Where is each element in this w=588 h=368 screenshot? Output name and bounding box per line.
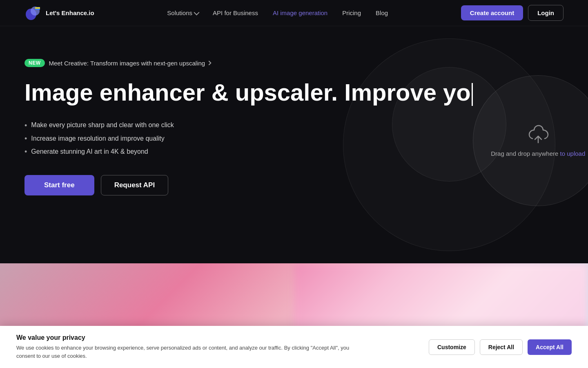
new-badge-wrapper: NEW Meet Creative: Transform images with… [24, 59, 473, 67]
hero-left: NEW Meet Creative: Transform images with… [24, 59, 473, 195]
nav-links: Solutions API for Business AI image gene… [167, 9, 388, 17]
nav-solutions[interactable]: Solutions [167, 9, 198, 16]
accept-all-button[interactable]: Accept All [528, 339, 572, 355]
bullet-3: Generate stunning AI art in 4K & beyond [24, 145, 473, 158]
logo-link[interactable]: Let's Enhance.io [24, 4, 94, 22]
nav-blog[interactable]: Blog [376, 9, 388, 16]
upload-cloud-icon [527, 125, 550, 144]
upload-text: Drag and drop anywhere to upload [491, 150, 585, 157]
cookie-banner: We value your privacy We use cookies to … [0, 326, 588, 368]
nav-actions: Create account Login [461, 5, 564, 21]
chevron-down-icon [194, 9, 199, 15]
logo-text: Let's Enhance.io [46, 9, 94, 17]
create-account-button[interactable]: Create account [461, 5, 523, 20]
nav-ai-image[interactable]: AI image generation [273, 9, 327, 16]
new-badge: NEW [24, 59, 45, 67]
new-badge-text[interactable]: Meet Creative: Transform images with nex… [49, 60, 211, 67]
start-free-button[interactable]: Start free [24, 175, 94, 195]
cookie-body: We use cookies to enhance your browsing … [16, 344, 351, 360]
bullet-2: Increase image resolution and improve qu… [24, 132, 473, 145]
hero-actions: Start free Request API [24, 175, 473, 195]
chevron-right-icon [207, 61, 212, 65]
login-button[interactable]: Login [528, 5, 564, 21]
hero-bullets: Make every picture sharp and clear with … [24, 119, 473, 159]
request-api-button[interactable]: Request API [101, 175, 169, 195]
svg-rect-3 [35, 7, 40, 9]
upload-area[interactable]: Drag and drop anywhere to upload [473, 75, 588, 206]
customize-button[interactable]: Customize [429, 339, 475, 355]
hero-title: Image enhancer & upscaler. Improve yo [24, 79, 473, 106]
nav-api[interactable]: API for Business [213, 9, 258, 16]
reject-all-button[interactable]: Reject All [480, 339, 523, 355]
cookie-text-section: We value your privacy We use cookies to … [16, 334, 351, 360]
logo-icon [24, 4, 42, 22]
navbar: Let's Enhance.io Solutions API for Busin… [0, 0, 588, 26]
nav-pricing[interactable]: Pricing [342, 9, 361, 16]
cookie-title: We value your privacy [16, 334, 351, 341]
cookie-actions: Customize Reject All Accept All [429, 339, 572, 355]
hero-section: NEW Meet Creative: Transform images with… [0, 26, 588, 263]
bullet-1: Make every picture sharp and clear with … [24, 119, 473, 132]
upload-link[interactable]: to upload [560, 150, 586, 157]
hero-right: Drag and drop anywhere to upload [473, 75, 588, 206]
